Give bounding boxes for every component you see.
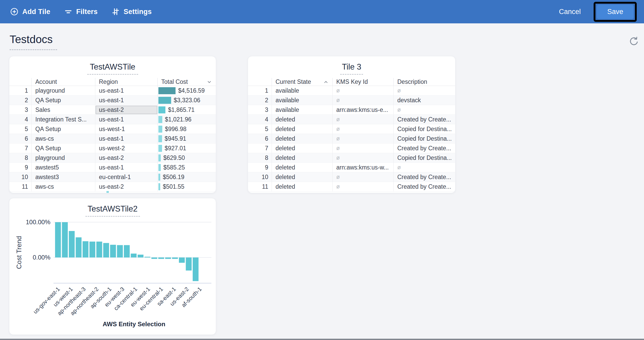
cell-region[interactable]: us-east-1 (95, 134, 158, 144)
cell-kms-key-id[interactable]: ø (333, 144, 394, 153)
column-header-total-cost[interactable]: Total Cost (158, 78, 216, 86)
column-header-account[interactable]: Account (32, 78, 95, 86)
cell-account[interactable]: QA Setup (32, 144, 95, 153)
cell-kms-key-id[interactable]: ø (333, 153, 394, 163)
cell-kms-key-id[interactable]: ø (333, 96, 394, 105)
add-tile-label: Add Tile (22, 8, 50, 16)
table-row: 2availableødevstack (248, 96, 455, 105)
cell-current-state[interactable]: deleted (272, 182, 333, 192)
cell-current-state[interactable]: deleted (272, 115, 333, 124)
cell-total-cost[interactable]: $501.55 (158, 182, 216, 192)
cell-total-cost[interactable]: $629.50 (158, 153, 216, 163)
cell-account[interactable]: aws-cs (32, 182, 95, 192)
tile-title-underline (87, 74, 138, 75)
tile-title[interactable]: Tile 3 (248, 62, 455, 72)
cell-current-state[interactable]: available (272, 86, 333, 96)
cell-description[interactable]: Copied for Destina... (394, 124, 455, 134)
tile-title[interactable]: TestAWSTile2 (9, 204, 216, 214)
settings-button[interactable]: Settings (111, 7, 152, 16)
cell-kms-key-id[interactable]: arn:aws:kms:us-w... (333, 163, 394, 172)
cell-region[interactable]: eu-central-1 (95, 172, 158, 182)
cell-current-state[interactable]: deleted (272, 163, 333, 172)
cell-region[interactable]: us-east-2 (95, 182, 158, 192)
cell-total-cost[interactable]: $4,516.59 (158, 86, 216, 96)
cell-account[interactable]: aws-cs (32, 134, 95, 144)
table-row: 7deletedøCreated by Create... (248, 144, 455, 153)
cell-description[interactable]: Created by Create... (394, 144, 455, 153)
cell-kms-key-id[interactable]: ø (333, 124, 394, 134)
column-header-description[interactable]: Description (394, 78, 455, 86)
cell-description[interactable]: ø (394, 86, 455, 96)
null-value: ø (336, 97, 340, 104)
cell-kms-key-id[interactable]: arn:aws:kms:us-e... (333, 105, 394, 115)
cell-description[interactable]: ø (394, 163, 455, 172)
cell-account[interactable]: playground (32, 153, 95, 163)
column-header-kms-key-id[interactable]: KMS Key Id (333, 78, 394, 86)
save-button[interactable]: Save (597, 5, 634, 19)
cell-kms-key-id[interactable]: ø (333, 134, 394, 144)
cell-account[interactable]: Integration Test S... (32, 115, 95, 124)
column-header-region[interactable]: Region (95, 78, 158, 86)
cell-description[interactable]: Copied for Destina... (394, 134, 455, 144)
cell-total-cost[interactable]: $506.19 (158, 172, 216, 182)
cell-current-state[interactable]: deleted (272, 172, 333, 182)
cell-total-cost[interactable]: $996.98 (158, 124, 216, 134)
cell-region[interactable]: us-west-2 (95, 144, 158, 153)
cost-data-bar (158, 135, 162, 142)
cell-description[interactable]: Created by Create... (394, 172, 455, 182)
cell-current-state[interactable]: available (272, 105, 333, 115)
cell-current-state[interactable]: deleted (272, 153, 333, 163)
cell-region[interactable]: us-east-2 (95, 153, 158, 163)
cell-total-cost[interactable]: $945.91 (158, 134, 216, 144)
cell-total-cost[interactable]: $1,865.71 (158, 105, 216, 115)
cell-account[interactable]: QA Setup (32, 96, 95, 105)
cell-region[interactable]: us-east-1 (95, 163, 158, 172)
chart-bar (138, 255, 144, 257)
cell-account[interactable]: awstest3 (32, 172, 95, 182)
chart-bar (83, 241, 89, 257)
sort-chevron-up-icon (323, 79, 329, 85)
cell-account[interactable]: Sales (32, 105, 95, 115)
cell-current-state[interactable]: deleted (272, 124, 333, 134)
cell-description[interactable]: Copied for Destina... (394, 153, 455, 163)
cell-total-cost[interactable]: $1,021.96 (158, 115, 216, 124)
null-value: ø (336, 154, 340, 161)
cell-region[interactable]: us-east-1 (95, 86, 158, 96)
selected-cell: us-east-2 (96, 106, 157, 114)
table-row: 1playgroundus-east-1$4,516.59 (9, 86, 216, 96)
top-toolbar: Add Tile Filters Settings (0, 0, 644, 23)
chart-bar (172, 257, 178, 259)
cell-region[interactable]: us-east-1 (95, 96, 158, 105)
cell-account[interactable]: awstest5 (32, 163, 95, 172)
cell-region[interactable]: us-west-1 (95, 124, 158, 134)
cell-total-cost[interactable]: $927.01 (158, 144, 216, 153)
cell-description[interactable]: ø (394, 105, 455, 115)
cell-kms-key-id[interactable]: ø (333, 115, 394, 124)
cell-description[interactable]: devstack (394, 96, 455, 105)
filters-button[interactable]: Filters (64, 7, 98, 16)
cancel-button[interactable]: Cancel (558, 6, 582, 18)
cell-description[interactable]: Created by Create... (394, 115, 455, 124)
cell-current-state[interactable]: available (272, 96, 333, 105)
tile-title-underline (85, 216, 140, 217)
cell-region[interactable]: us-east-1 (95, 115, 158, 124)
table-row: 9awstest5us-east-1$585.25 (9, 163, 216, 172)
page-title[interactable]: Testdocs (10, 33, 53, 46)
chart-bar (131, 254, 137, 257)
cell-total-cost[interactable]: $585.25 (158, 163, 216, 172)
cell-current-state[interactable]: deleted (272, 134, 333, 144)
refresh-button[interactable] (629, 36, 639, 46)
cell-current-state[interactable]: deleted (272, 144, 333, 153)
chart-bar (165, 257, 171, 259)
cell-kms-key-id[interactable]: ø (333, 172, 394, 182)
cell-total-cost[interactable]: $3,323.06 (158, 96, 216, 105)
tile-title[interactable]: TestAWSTile (9, 62, 216, 72)
add-tile-button[interactable]: Add Tile (10, 7, 50, 16)
cell-account[interactable]: playground (32, 86, 95, 96)
cell-account[interactable]: QA Setup (32, 124, 95, 134)
cell-kms-key-id[interactable]: ø (333, 182, 394, 192)
cell-region[interactable]: us-east-2 (95, 105, 158, 115)
cell-kms-key-id[interactable]: ø (333, 86, 394, 96)
column-header-current-state[interactable]: Current State (272, 78, 333, 86)
cell-description[interactable]: Created by Create... (394, 182, 455, 192)
